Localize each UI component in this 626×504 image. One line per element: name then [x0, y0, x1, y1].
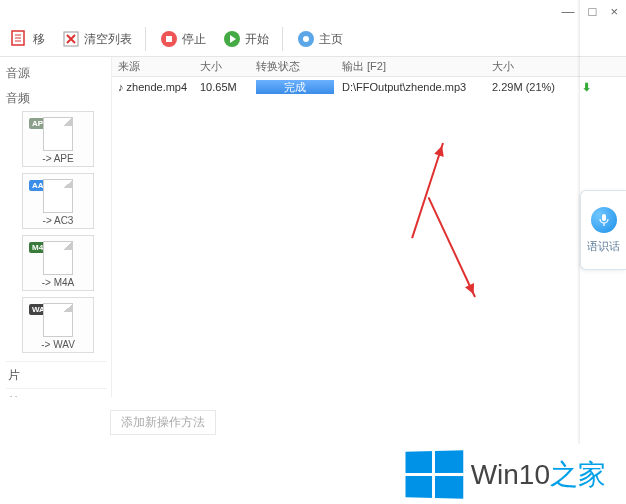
content-area: 来源 大小 转换状态 输出 [F2] 大小 ♪ zhende.mp4 10.65… — [112, 57, 626, 397]
svg-rect-3 — [166, 36, 172, 42]
file-icon: ♪ — [118, 81, 124, 93]
col-size2[interactable]: 大小 — [486, 59, 576, 74]
clear-icon — [61, 29, 81, 49]
svg-rect-7 — [602, 214, 606, 221]
sidebar-header: 音源 — [4, 61, 107, 86]
col-output[interactable]: 输出 [F2] — [336, 59, 486, 74]
close-button[interactable]: × — [610, 4, 618, 19]
format-thumb[interactable]: AAC-> AC3 — [22, 173, 94, 229]
sidebar-header2: 音频 — [4, 86, 107, 111]
sidebar-item[interactable]: 片 — [6, 361, 107, 388]
thumb-label: -> APE — [42, 153, 73, 164]
annotation-arrow — [428, 197, 476, 298]
format-thumb[interactable]: M4A-> M4A — [22, 235, 94, 291]
clear-list-button[interactable]: 清空列表 — [55, 27, 138, 51]
thumb-label: -> WAV — [41, 339, 75, 350]
maximize-button[interactable]: □ — [589, 4, 597, 19]
voice-widget[interactable]: 语识话 — [580, 190, 626, 270]
status-badge: 完成 — [256, 80, 334, 94]
col-size[interactable]: 大小 — [194, 59, 250, 74]
col-source[interactable]: 来源 — [112, 59, 194, 74]
download-icon[interactable]: ⬇ — [582, 81, 591, 93]
microphone-icon — [591, 207, 617, 233]
thumb-label: -> AC3 — [43, 215, 74, 226]
svg-point-6 — [303, 36, 309, 42]
voice-label: 语识话 — [587, 239, 620, 254]
stop-icon — [159, 29, 179, 49]
add-operation-button[interactable]: 添加新操作方法 — [110, 410, 216, 435]
start-button[interactable]: 开始 — [216, 27, 275, 51]
column-header-row: 来源 大小 转换状态 输出 [F2] 大小 — [112, 57, 626, 77]
remove-icon — [10, 29, 30, 49]
windows-logo-icon — [405, 450, 463, 498]
home-icon — [296, 29, 316, 49]
format-thumb[interactable]: APE-> APE — [22, 111, 94, 167]
remove-button[interactable]: 移 — [4, 27, 51, 51]
thumb-label: -> M4A — [42, 277, 75, 288]
sidebar-item[interactable]: 档 — [6, 388, 107, 397]
stop-button[interactable]: 停止 — [153, 27, 212, 51]
col-status[interactable]: 转换状态 — [250, 59, 336, 74]
home-button[interactable]: 主页 — [290, 27, 349, 51]
minimize-button[interactable]: — — [562, 4, 575, 19]
watermark: Win10之家 — [404, 451, 606, 498]
sidebar: 音源 音频 APE-> APEAAC-> AC3M4A-> M4AWAV-> W… — [0, 57, 112, 397]
table-row[interactable]: ♪ zhende.mp4 10.65M 完成 D:\FFOutput\zhend… — [112, 77, 626, 97]
shadow-divider — [577, 0, 580, 444]
start-icon — [222, 29, 242, 49]
bottom-pane: 添加新操作方法 — [0, 397, 626, 447]
format-thumb[interactable]: WAV-> WAV — [22, 297, 94, 353]
